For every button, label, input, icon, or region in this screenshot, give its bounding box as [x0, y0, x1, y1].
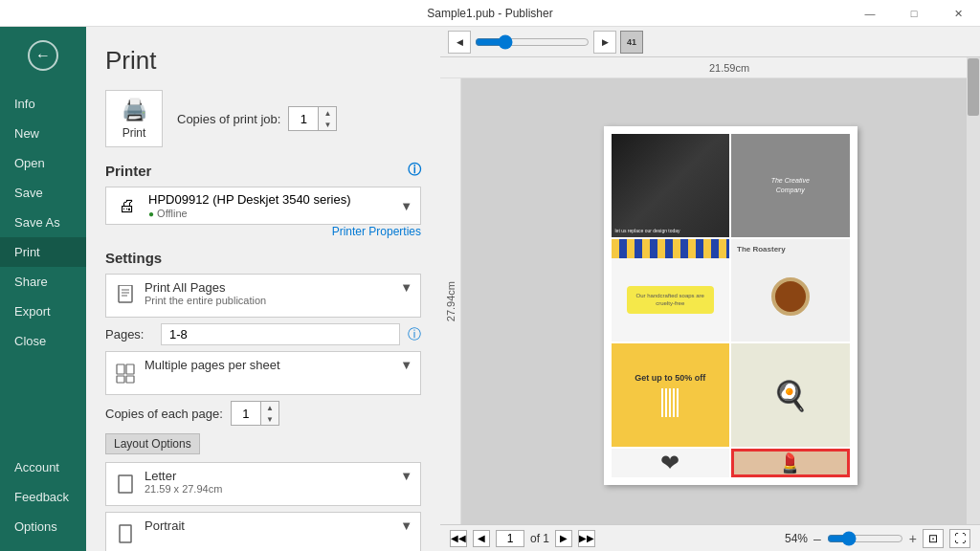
svg-rect-4	[117, 364, 124, 374]
printer-select-box[interactable]: 🖨 HPD09912 (HP Deskjet 3540 series) ● Of…	[105, 187, 421, 225]
paper-size-sub: 21.59 x 27.94cm	[145, 483, 396, 495]
zoom-in-button[interactable]: +	[909, 531, 917, 546]
pages-info-icon[interactable]: ⓘ	[408, 326, 421, 343]
sidebar-bottom: Account Feedback Options	[0, 452, 86, 551]
copies-per-spinner[interactable]: ▲ ▼	[231, 401, 279, 426]
cell-3-text: Our handcrafted soaps are cruelty-free	[627, 286, 714, 314]
coffee-circle	[771, 277, 810, 316]
print-pages-main: Print All Pages	[145, 280, 396, 295]
svg-rect-7	[126, 376, 134, 383]
app-body: ← Info New Open Save Save As Print Share…	[0, 27, 980, 551]
cell-2-text: The Creative Company	[771, 176, 810, 195]
sidebar-item-info[interactable]: Info	[0, 89, 86, 119]
multiple-pages-icon	[114, 358, 137, 388]
settings-section: Settings Print All Pages Print the entir…	[105, 250, 421, 551]
preview-cell-8: 💄	[731, 449, 850, 477]
page-preview: let us replace our design today The Crea…	[604, 126, 858, 485]
preview-last-page-btn[interactable]: ▶	[593, 31, 616, 54]
cell-5-text: Get up to 50% off	[635, 373, 705, 383]
multiple-pages-arrow: ▼	[400, 358, 412, 372]
minimize-button[interactable]: —	[848, 0, 892, 27]
first-page-button[interactable]: ◀◀	[450, 530, 467, 547]
pages-input[interactable]	[161, 323, 400, 345]
sidebar-item-share[interactable]: Share	[0, 267, 86, 297]
cell-1-text: let us replace our design today	[615, 228, 680, 233]
copies-per-input[interactable]	[232, 405, 260, 423]
sidebar-item-options[interactable]: Options	[0, 512, 86, 541]
print-pages-icon	[114, 280, 137, 311]
fork-5	[677, 388, 679, 417]
back-circle-icon: ←	[28, 40, 58, 71]
zoom-slider[interactable]	[475, 34, 590, 50]
ruler-top: 21.59cm	[498, 62, 961, 74]
copies-spinner[interactable]: 1 ▲ ▼	[288, 106, 337, 131]
print-button-label: Print	[122, 126, 146, 140]
printer-info-icon[interactable]: ⓘ	[408, 162, 421, 179]
prev-page-button[interactable]: ◀	[473, 530, 490, 547]
fork-2	[665, 388, 667, 417]
copies-down-button[interactable]: ▼	[319, 119, 336, 130]
copies-up-button[interactable]: ▲	[319, 107, 336, 119]
title-bar-text: Sample1.pub - Publisher	[427, 7, 552, 20]
sidebar: ← Info New Open Save Save As Print Share…	[0, 27, 86, 551]
sidebar-item-feedback[interactable]: Feedback	[0, 482, 86, 512]
orientation-info: Portrait	[145, 518, 396, 533]
preview-scrollbar[interactable]	[967, 78, 980, 524]
printer-name: HPD09912 (HP Deskjet 3540 series)	[148, 192, 396, 207]
svg-rect-8	[119, 475, 132, 493]
multiple-pages-dropdown[interactable]: Multiple pages per sheet ▼	[105, 351, 421, 395]
sidebar-item-save[interactable]: Save	[0, 178, 86, 208]
maximize-button[interactable]: □	[892, 0, 936, 27]
copies-input[interactable]: 1	[289, 110, 318, 128]
paper-size-icon	[114, 469, 137, 499]
preview-scrollthumb	[968, 78, 979, 116]
print-pages-dropdown[interactable]: Print All Pages Print the entire publica…	[105, 274, 421, 318]
paper-size-dropdown[interactable]: Letter 21.59 x 27.94cm ▼	[105, 462, 421, 506]
svg-rect-9	[120, 525, 131, 542]
preview-cell-6: 🍳	[731, 343, 850, 447]
preview-cell-7: ❤	[612, 449, 730, 477]
printer-info: HPD09912 (HP Deskjet 3540 series) ● Offl…	[148, 192, 396, 219]
zoom-out-button[interactable]: –	[813, 531, 821, 546]
fork-1	[661, 388, 663, 417]
preview-fit-btn[interactable]: 41	[620, 31, 643, 54]
svg-rect-6	[117, 376, 124, 383]
preview-cell-1: let us replace our design today	[612, 134, 730, 237]
fullscreen-button[interactable]: ⛶	[949, 529, 970, 548]
copies-per-down[interactable]: ▼	[261, 413, 278, 425]
title-bar: Sample1.pub - Publisher — □ ✕	[0, 0, 980, 27]
page-preview-area[interactable]: let us replace our design today The Crea…	[461, 78, 980, 524]
orientation-main: Portrait	[145, 518, 396, 533]
sidebar-item-close[interactable]: Close	[0, 326, 86, 356]
fit-page-button[interactable]: ⊡	[923, 529, 944, 548]
preview-cell-5: Get up to 50% off	[612, 343, 730, 447]
sidebar-item-account[interactable]: Account	[0, 452, 86, 482]
orientation-dropdown[interactable]: Portrait ▼	[105, 512, 421, 551]
preview-first-page-btn[interactable]: ◀	[448, 31, 471, 54]
close-button[interactable]: ✕	[936, 0, 980, 27]
copies-per-page-row: Copies of each page: ▲ ▼	[105, 401, 421, 426]
printer-section-title: Printer ⓘ	[105, 162, 421, 179]
sidebar-nav: Info New Open Save Save As Print Share E…	[0, 84, 86, 356]
preview-cell-2: The Creative Company	[731, 134, 850, 237]
sidebar-item-saveas[interactable]: Save As	[0, 208, 86, 237]
bottom-zoom-slider[interactable]	[827, 531, 903, 546]
printer-properties-link[interactable]: Printer Properties	[105, 225, 421, 238]
makeup-icon: 💄	[778, 452, 802, 474]
orientation-icon	[114, 518, 137, 549]
sidebar-item-export[interactable]: Export	[0, 297, 86, 326]
paper-size-info: Letter 21.59 x 27.94cm	[145, 469, 396, 495]
zoom-percent-label: 54%	[785, 532, 808, 545]
page-number-input[interactable]	[496, 530, 524, 547]
back-button[interactable]: ←	[19, 32, 67, 79]
next-page-button[interactable]: ▶	[555, 530, 572, 547]
print-action-button[interactable]: 🖨️ Print	[105, 90, 163, 147]
copies-per-up[interactable]: ▲	[261, 402, 278, 413]
print-pages-arrow: ▼	[400, 280, 412, 295]
copies-per-label: Copies of each page:	[105, 407, 223, 421]
sidebar-item-open[interactable]: Open	[0, 148, 86, 178]
sidebar-item-print[interactable]: Print	[0, 237, 86, 267]
print-pages-info: Print All Pages Print the entire publica…	[145, 280, 396, 306]
last-page-button[interactable]: ▶▶	[578, 530, 595, 547]
sidebar-item-new[interactable]: New	[0, 119, 86, 148]
